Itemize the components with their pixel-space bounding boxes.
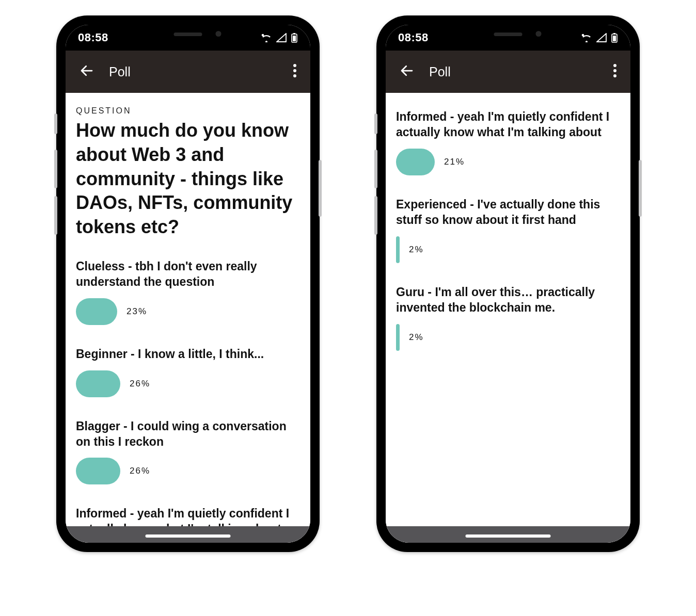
option-bar: [76, 298, 117, 325]
signal-icon: [596, 33, 607, 42]
status-icons: [581, 33, 618, 43]
side-button: [54, 150, 57, 188]
side-button: [54, 114, 57, 134]
side-button: [374, 114, 377, 134]
option-percent: 21%: [444, 157, 465, 167]
options-list: Clueless - tbh I don't even really under…: [396, 93, 620, 351]
app-bar: Poll: [386, 51, 630, 93]
svg-point-6: [293, 74, 296, 77]
notch: [130, 25, 246, 43]
poll-option[interactable]: Informed - yeah I'm quietly confident I …: [396, 109, 620, 175]
appbar-title: Poll: [429, 64, 451, 79]
app-bar: Poll: [66, 51, 310, 93]
wifi-icon: [261, 33, 272, 42]
svg-point-13: [613, 74, 616, 77]
more-vert-icon: [293, 63, 297, 78]
poll-option[interactable]: Clueless - tbh I don't even really under…: [76, 259, 300, 325]
home-indicator[interactable]: [466, 534, 551, 538]
more-button[interactable]: [289, 59, 301, 84]
back-button[interactable]: [395, 59, 419, 85]
option-label: Blagger - I could wing a conversation on…: [76, 419, 300, 450]
battery-icon: [291, 33, 298, 43]
back-button[interactable]: [75, 59, 99, 85]
svg-point-11: [613, 64, 616, 67]
phone-mockup-right: 08:58 Poll QUESTION How much do you know…: [376, 15, 640, 552]
option-label: Clueless - tbh I don't even really under…: [76, 259, 300, 290]
svg-rect-2: [293, 33, 295, 35]
svg-point-12: [613, 69, 616, 72]
svg-point-4: [293, 64, 296, 67]
status-icons: [261, 33, 298, 43]
side-button: [639, 160, 642, 217]
phone-mockup-left: 08:58 Poll QUESTION How much do you know…: [56, 15, 320, 552]
screen: 08:58 Poll QUESTION How much do you know…: [66, 25, 310, 543]
option-bar: [76, 458, 120, 484]
home-indicator[interactable]: [146, 534, 231, 538]
option-label: Beginner - I know a little, I think...: [76, 347, 300, 362]
front-camera: [536, 31, 542, 37]
option-bar: [396, 149, 435, 175]
side-button: [54, 196, 57, 235]
more-button[interactable]: [609, 59, 621, 84]
speaker: [174, 33, 202, 36]
poll-option[interactable]: Experienced - I've actually done this st…: [396, 197, 620, 263]
option-bar: [76, 370, 120, 397]
option-label: Informed - yeah I'm quietly confident I …: [396, 109, 620, 140]
status-time: 08:58: [398, 31, 429, 44]
option-percent: 26%: [130, 379, 150, 389]
arrow-left-icon: [79, 63, 94, 78]
option-percent: 2%: [409, 245, 424, 255]
poll-option[interactable]: Guru - I'm all over this… practically in…: [396, 285, 620, 351]
option-percent: 26%: [130, 466, 150, 476]
wifi-icon: [581, 33, 592, 42]
svg-point-5: [293, 69, 296, 72]
appbar-title: Poll: [109, 64, 131, 79]
options-list: Clueless - tbh I don't even really under…: [76, 259, 300, 543]
arrow-left-icon: [399, 63, 415, 78]
side-button: [374, 196, 377, 235]
svg-rect-9: [613, 33, 615, 35]
option-label: Guru - I'm all over this… practically in…: [396, 285, 620, 316]
question-label: QUESTION: [76, 106, 300, 116]
poll-content[interactable]: QUESTION How much do you know about Web …: [386, 93, 630, 543]
poll-option[interactable]: Blagger - I could wing a conversation on…: [76, 419, 300, 485]
side-button: [374, 150, 377, 188]
poll-content[interactable]: QUESTION How much do you know about Web …: [66, 93, 310, 543]
signal-icon: [276, 33, 287, 42]
status-time: 08:58: [78, 31, 108, 44]
option-bar: [396, 324, 400, 351]
svg-point-7: [582, 34, 584, 37]
battery-icon: [611, 33, 618, 43]
option-percent: 23%: [126, 306, 147, 317]
option-bar: [396, 236, 400, 263]
svg-point-0: [262, 34, 264, 37]
poll-option[interactable]: Beginner - I know a little, I think... 2…: [76, 347, 300, 397]
option-label: Experienced - I've actually done this st…: [396, 197, 620, 228]
question-text: How much do you know about Web 3 and com…: [76, 119, 300, 239]
side-button: [319, 160, 322, 217]
more-vert-icon: [613, 63, 617, 78]
svg-rect-10: [613, 36, 616, 41]
svg-rect-3: [293, 36, 296, 41]
option-percent: 2%: [409, 332, 424, 343]
speaker: [494, 33, 523, 36]
notch: [450, 25, 566, 43]
screen: 08:58 Poll QUESTION How much do you know…: [386, 25, 630, 543]
front-camera: [216, 31, 222, 37]
